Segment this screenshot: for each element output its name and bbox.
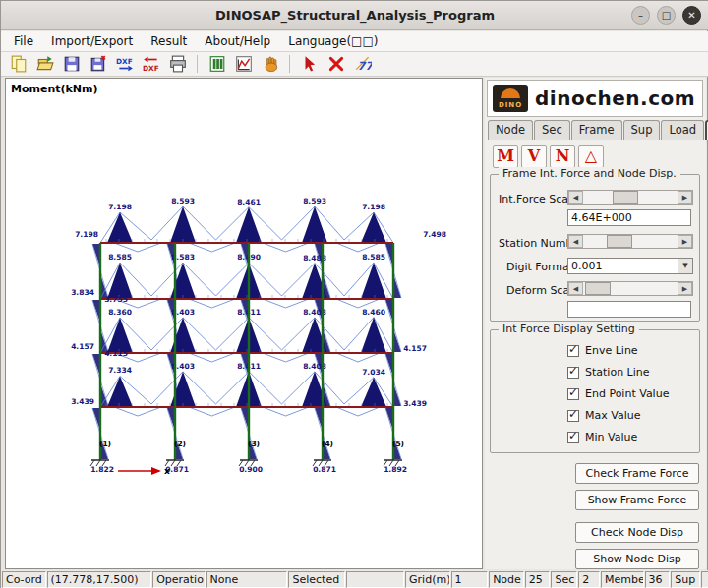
scrollbar-thumb[interactable] [607,235,632,248]
menu-language[interactable]: Language(□□) [279,32,386,50]
status-coord-value: (17.778,17.500) [47,571,152,588]
digit-format-value: 0.001 [571,260,603,272]
show-frame-force-button[interactable]: Show Frame Force [575,490,699,510]
moment-value-label: 7.334 [108,366,132,375]
axial-button[interactable]: N [550,145,575,168]
moment-value-label: 4.157 [403,344,427,353]
beam-moment-spike [361,378,386,407]
digit-format-select[interactable]: 0.001 ▼ [567,258,693,274]
title-bar: DINOSAP_Structural_Analysis_Program – □ … [1,1,708,30]
show-node-disp-button[interactable]: Show Node Disp [575,549,699,569]
scroll-left-icon[interactable]: ◀ [568,235,583,248]
status-operation-value: None [206,571,288,588]
beam-moment-spike [107,212,133,243]
select-cursor-button[interactable] [297,53,322,75]
section-table-button[interactable] [205,53,229,75]
delete-button[interactable] [324,53,348,75]
deform-scale-input[interactable] [567,301,691,318]
checkbox-icon[interactable] [567,345,579,357]
checkbox-icon[interactable] [567,432,579,443]
checkbox-end-point-value[interactable]: End Point Value [567,387,669,400]
moment-value-label: 1.892 [384,465,407,474]
tab-sup[interactable]: Sup [623,120,661,140]
scroll-right-icon[interactable]: ▶ [678,282,692,295]
scrollbar-track[interactable] [583,191,678,204]
menu-result[interactable]: Result [142,32,196,50]
scrollbar-track[interactable] [583,282,678,295]
logo-text: dinochen.com [535,87,695,110]
check-frame-force-button[interactable]: Check Frame Force [575,463,699,484]
toolbar-separator [289,55,290,73]
scroll-right-icon[interactable]: ▶ [678,235,692,248]
deform-scale-scrollbar[interactable]: ◀ ▶ [567,281,693,296]
chevron-down-icon[interactable]: ▼ [678,259,692,273]
check-node-disp-button[interactable]: Check Node Disp [575,522,699,543]
int-force-scale-input[interactable] [567,209,691,226]
result-type-buttons: M V N △ [493,145,604,168]
scroll-left-icon[interactable]: ◀ [568,282,583,295]
moment-value-label: (3) [248,440,260,448]
checkbox-max-value[interactable]: Max Value [567,409,640,422]
pan-hand-button[interactable] [258,53,282,75]
plot-button[interactable] [231,53,256,75]
print-button[interactable] [165,53,190,75]
logo-box: DINO dinochen.com [487,80,703,117]
moment-value-label: 4.115 [104,349,128,358]
moment-value-label: 8.585 [108,253,132,262]
moment-value-label: 0.900 [239,465,263,474]
menu-import-export[interactable]: Import/Export [42,32,142,50]
status-sup-label: Sup [671,571,700,588]
scroll-left-icon[interactable]: ◀ [568,191,583,204]
status-bar: Co-ord (17.778,17.500) Operatio None Sel… [1,570,708,588]
menu-about-help[interactable]: About/Help [196,32,279,50]
checkbox-label: Max Value [585,409,640,422]
tab-node[interactable]: Node [488,120,533,140]
deform-button[interactable]: △ [578,145,604,168]
scroll-right-icon[interactable]: ▶ [678,191,692,204]
shear-button[interactable]: V [521,145,547,168]
x-axis-arrowhead [151,467,161,475]
status-member-value: 36 [645,571,671,588]
tab-frame[interactable]: Frame [571,120,622,140]
station-number-scrollbar[interactable]: ◀ ▶ [567,234,693,249]
dino-logo-icon: DINO [493,85,528,112]
checkbox-enve-line[interactable]: Enve Line [567,344,638,357]
checkbox-icon[interactable] [567,410,579,422]
scrollbar-track[interactable] [583,235,678,248]
scrollbar-thumb[interactable] [613,191,638,204]
tab-load[interactable]: Load [661,120,704,140]
moment-button[interactable]: M [493,145,518,168]
checkbox-station-line[interactable]: Station Line [567,366,650,379]
beam-moment-spike [236,207,262,243]
status-coord-label: Co-ord [2,571,46,588]
beam-moment-spike [107,376,133,407]
moment-value-label: 8.360 [108,308,132,317]
save-as-button[interactable] [86,53,110,75]
status-member-label: Membe [601,571,644,588]
export-dxf-button[interactable]: DXF [112,53,137,75]
import-dxf-button[interactable]: DXF [139,53,163,75]
save-button[interactable] [59,53,84,75]
menu-file[interactable]: File [5,32,42,50]
beam-moment-spike [107,318,133,353]
moment-value-label: (4) [322,440,333,448]
new-document-button[interactable] [6,53,30,75]
int-force-scale-scrollbar[interactable]: ◀ ▶ [567,190,693,205]
moment-value-label: 7.198 [362,203,385,211]
checkbox-icon[interactable] [567,388,579,400]
close-button[interactable]: ✕ [682,6,701,25]
beam-moment-spike [361,318,386,353]
open-file-button[interactable] [32,53,57,75]
moment-value-label: 0.871 [313,465,336,474]
checkbox-min-value[interactable]: Min Value [567,431,637,443]
dimension-tool-button[interactable]: 77 [350,53,375,75]
maximize-button[interactable]: □ [657,6,676,25]
moment-value-label: 3.439 [71,397,94,406]
drawing-canvas[interactable]: 7.1988.5938.4618.5937.1988.5858.5838.490… [5,78,483,569]
minimize-button[interactable]: – [631,6,650,25]
checkbox-icon[interactable] [567,367,579,379]
dxf-export-label: DXF [116,57,133,66]
digit-format-label: Digit Format [506,261,573,273]
tab-sec[interactable]: Sec [534,120,570,140]
scrollbar-thumb[interactable] [585,282,611,295]
